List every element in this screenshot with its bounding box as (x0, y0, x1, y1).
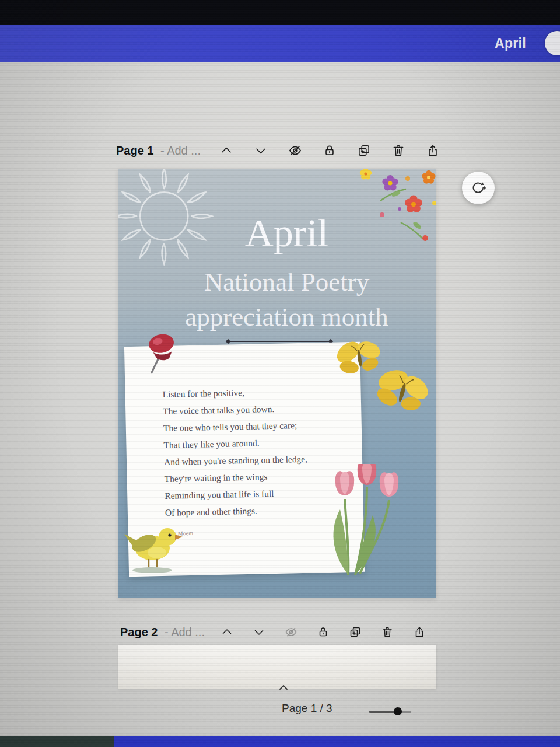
document-title[interactable]: April (495, 36, 526, 51)
poster-title-text[interactable]: April (137, 212, 436, 254)
move-page-down-button[interactable] (251, 624, 267, 640)
lock-icon (316, 625, 330, 639)
lock-page-button[interactable] (315, 624, 331, 640)
page2-number: Page 2 (120, 626, 158, 638)
poster-heading-group[interactable]: April National Poetry appreciation month (118, 212, 436, 334)
delete-page-button[interactable] (390, 142, 407, 159)
poster-subtitle-text[interactable]: National Poetry appreciation month (137, 264, 436, 334)
page1-label[interactable]: Page 1 - Add ... (116, 144, 201, 158)
chevron-up-icon (219, 143, 234, 158)
hide-page-button[interactable] (287, 142, 303, 159)
subtitle-line-2: appreciation month (185, 302, 388, 331)
page2-add-title[interactable]: - Add ... (164, 626, 205, 638)
design-page-2-preview[interactable] (118, 645, 436, 689)
page1-add-title[interactable]: - Add ... (160, 144, 201, 157)
page1-toolbar-icons (218, 142, 441, 159)
duplicate-icon (348, 625, 362, 639)
share-page-button[interactable] (425, 142, 441, 159)
chevron-down-icon (253, 143, 268, 158)
duplicate-icon (356, 143, 372, 158)
zoom-slider[interactable] (369, 707, 411, 716)
zoom-slider-fill (369, 711, 397, 713)
regenerate-button[interactable] (462, 172, 495, 204)
move-page-down-button[interactable] (253, 142, 269, 159)
chevron-down-icon (252, 625, 266, 639)
lock-icon (322, 143, 337, 158)
hide-page-button[interactable] (283, 624, 299, 640)
duplicate-page-button[interactable] (347, 624, 363, 640)
page2-toolbar: Page 2 - Add ... (120, 622, 428, 642)
poem-line: The one who tells you that they care; (163, 417, 307, 437)
hide-eye-icon (288, 143, 303, 158)
top-black-band (0, 0, 560, 25)
trash-icon (391, 143, 406, 158)
collapse-footer-button[interactable] (278, 683, 289, 693)
lock-page-button[interactable] (321, 142, 338, 159)
zoom-slider-knob[interactable] (394, 707, 402, 715)
app-header: April (0, 25, 560, 62)
share-page-button[interactable] (411, 624, 428, 640)
regenerate-icon (470, 180, 487, 196)
share-export-icon (412, 625, 426, 639)
page-indicator[interactable]: Page 1 / 3 (282, 702, 332, 715)
chevron-up-icon (220, 625, 234, 639)
move-page-up-button[interactable] (219, 624, 235, 640)
monitor-screen: April Page 1 - Add ... (0, 0, 560, 747)
subtitle-line-1: National Poetry (204, 267, 370, 296)
page2-toolbar-icons (219, 624, 428, 640)
tulips-sticker[interactable] (314, 464, 414, 578)
bird-sticker[interactable] (118, 509, 190, 578)
decor-divider-line[interactable] (228, 341, 331, 342)
bottom-taskbar-left-segment (0, 736, 114, 747)
poem-line: And when you're standing on the ledge, (164, 451, 308, 470)
delete-page-button[interactable] (379, 624, 396, 640)
trash-icon (380, 625, 394, 639)
duplicate-page-button[interactable] (356, 142, 372, 159)
pushpin-icon (135, 325, 193, 383)
design-page-1[interactable]: April National Poetry appreciation month… (118, 169, 436, 598)
page2-label[interactable]: Page 2 - Add ... (120, 626, 205, 639)
page1-number: Page 1 (116, 144, 153, 157)
hide-eye-icon (284, 625, 298, 639)
move-page-up-button[interactable] (218, 142, 235, 159)
page1-toolbar: Page 1 - Add ... (116, 141, 441, 160)
avatar[interactable] (545, 31, 560, 55)
chevron-up-icon (278, 683, 289, 692)
share-export-icon (425, 143, 440, 158)
